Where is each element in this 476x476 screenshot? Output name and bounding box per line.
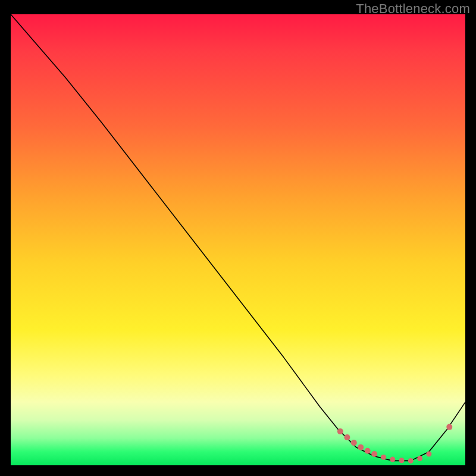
- curve-svg: [11, 14, 465, 465]
- marker-point: [408, 458, 414, 464]
- marker-point: [417, 456, 422, 461]
- gradient-plot-area: [11, 14, 465, 465]
- marker-point: [358, 444, 364, 450]
- marker-point: [337, 428, 343, 434]
- marker-point: [371, 451, 377, 457]
- marker-point: [399, 458, 405, 463]
- bottleneck-curve-line: [11, 14, 465, 461]
- marker-point: [381, 455, 386, 460]
- chart-stage: TheBottleneck.com: [0, 0, 476, 476]
- marker-point: [446, 424, 452, 430]
- marker-point: [365, 448, 371, 454]
- marker-point: [426, 452, 431, 457]
- marker-point: [351, 440, 357, 446]
- marker-point: [344, 434, 350, 440]
- marker-point: [390, 457, 395, 462]
